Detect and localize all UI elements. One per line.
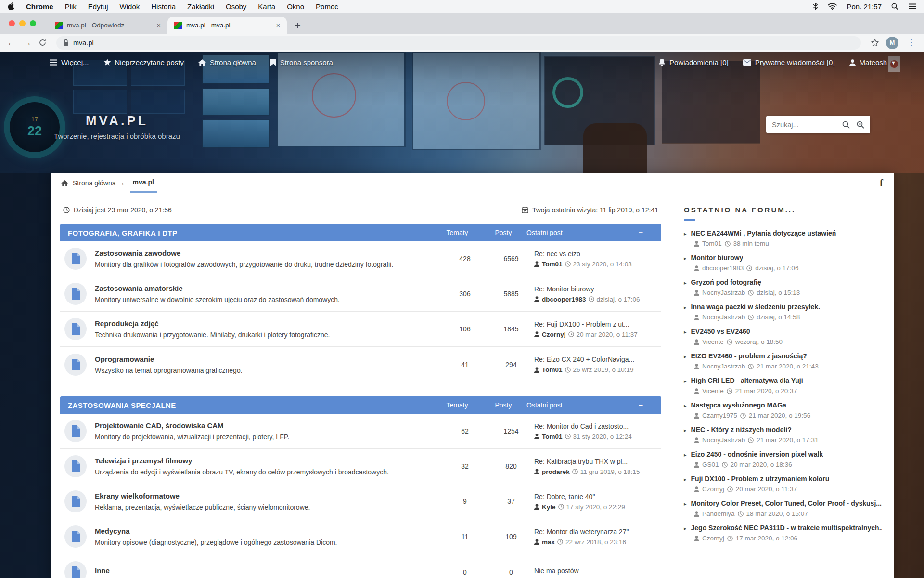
recent-topic-author[interactable]: Vicente (702, 387, 724, 394)
last-post-title[interactable]: Re: Kalibracja trybu THX w pl... (534, 458, 661, 465)
recent-topic-title[interactable]: Fuji DX100 - Problem z utrzymaniem kolor… (691, 475, 830, 483)
nav-user-menu[interactable]: Mateosh ▼ (849, 58, 896, 66)
recent-topic-title[interactable]: Eizo 2450 - odnośnie inversion pixel wal… (691, 450, 823, 458)
browser-menu-icon[interactable]: ⋮ (905, 38, 917, 48)
last-post-title[interactable]: Re: Eizo CX 240 + ColorNaviga... (534, 355, 661, 363)
menu-item[interactable]: Historia (151, 2, 176, 11)
close-window-button[interactable] (9, 20, 15, 26)
forum-row[interactable]: Ekrany wielkoformatowe Reklama, prezenta… (60, 484, 661, 519)
menu-item[interactable]: Pomoc (316, 2, 338, 11)
last-post-author[interactable]: Tom01 (542, 366, 563, 373)
recent-topic-author[interactable]: Czarny1975 (702, 412, 737, 419)
forum-name[interactable]: Reprodukcja zdjęć (95, 319, 434, 328)
recent-topic-author[interactable]: NocnyJastrzab (702, 436, 745, 444)
recent-topic-title[interactable]: Jego Szerokość NEC PA311D - w trakcie mu… (691, 524, 882, 532)
tab-mva-active[interactable]: mva.pl - mva.pl × (167, 17, 287, 34)
notification-center-icon[interactable] (908, 3, 916, 10)
apple-menu-icon[interactable] (8, 2, 14, 10)
menu-item[interactable]: Plik (65, 2, 77, 11)
back-button[interactable]: ← (7, 38, 16, 47)
address-bar[interactable]: mva.pl (56, 36, 861, 50)
menu-item[interactable]: Karta (258, 2, 275, 11)
facebook-icon[interactable]: f (880, 177, 883, 189)
recent-topic-author[interactable]: dbcooper1983 (702, 264, 744, 272)
recent-topic-author[interactable]: Czornyj (702, 535, 724, 542)
last-post-title[interactable]: Re: nec vs eizo (534, 250, 661, 258)
collapse-section-button[interactable]: – (639, 228, 654, 237)
last-post-author[interactable]: prodarek (542, 468, 570, 475)
collapse-section-button[interactable]: – (639, 401, 654, 409)
forum-name[interactable]: Ekrany wielkoformatowe (95, 492, 434, 500)
forum-name[interactable]: Projektowanie CAD, środowiska CAM (95, 421, 434, 430)
nav-unread-posts[interactable]: Nieprzeczytane posty (103, 58, 184, 66)
recent-topic-author[interactable]: Pandemiya (702, 510, 735, 517)
forum-name[interactable]: Zastosowania amatorskie (95, 284, 434, 292)
browser-profile-avatar[interactable]: M (886, 37, 898, 49)
last-post-author[interactable]: Czornyj (542, 331, 566, 338)
last-post-author[interactable]: Kyle (542, 503, 556, 511)
forum-name[interactable]: Oprogramowanie (95, 355, 434, 363)
forum-row[interactable]: Zastosowania zawodowe Monitory dla grafi… (60, 241, 661, 276)
menu-item[interactable]: Widok (120, 2, 140, 11)
last-post-author[interactable]: dbcooper1983 (542, 296, 586, 303)
site-title[interactable]: MVA.PL (42, 114, 192, 129)
bookmark-star-icon[interactable] (871, 39, 879, 47)
menu-clock[interactable]: Pon. 21:57 (847, 2, 882, 11)
recent-topic-author[interactable]: Tom01 (702, 240, 722, 247)
recent-topic-author[interactable]: NocnyJastrzab (702, 363, 745, 370)
category-title[interactable]: FOTOGRAFIA, GRAFIKA I DTP (68, 229, 434, 237)
recent-topic-title[interactable]: Monitory Color Preset, Color Tuned, Colo… (691, 499, 882, 507)
forum-row[interactable]: Medycyna Monitory opisowe (diagnostyczne… (60, 519, 661, 554)
tab-close-icon[interactable]: × (155, 22, 163, 29)
nav-private-messages[interactable]: Prywatne wiadomości [0] (743, 58, 835, 66)
forum-name[interactable]: Zastosowania zawodowe (95, 249, 434, 257)
recent-topic-title[interactable]: Następca wysłużonego MAGa (691, 401, 786, 409)
last-post-title[interactable]: Re: Monitor biurowy (534, 285, 661, 293)
recent-topic-title[interactable]: EIZO EV2460 - problem z jasnością? (691, 352, 807, 360)
wifi-icon[interactable] (828, 3, 837, 10)
forum-row[interactable]: Reprodukcja zdjęć Technika drukowania i … (60, 312, 661, 347)
menu-item[interactable]: Okno (287, 2, 304, 11)
forum-row[interactable]: Zastosowania amatorskie Monitory uniwers… (60, 276, 661, 312)
recent-topic-author[interactable]: Czornyj (702, 486, 724, 493)
last-post-title[interactable]: Re: Monitor do Cad i zastosto... (534, 422, 661, 430)
menu-item[interactable]: Edytuj (88, 2, 108, 11)
menu-chrome[interactable]: Chrome (26, 2, 53, 11)
recent-topic-author[interactable]: GS01 (702, 461, 719, 468)
menu-item[interactable]: Osoby (226, 2, 246, 11)
nav-home[interactable]: Strona główna (198, 58, 256, 66)
reload-button[interactable] (38, 39, 47, 47)
search-input[interactable] (772, 121, 835, 129)
recent-topic-title[interactable]: NEC EA244WMi , Pytania dotyczące ustawie… (691, 229, 836, 237)
recent-topic-title[interactable]: EV2450 vs EV2460 (691, 328, 750, 335)
bluetooth-icon[interactable] (813, 2, 818, 10)
tab-odpowiedz[interactable]: mva.pl - Odpowiedz × (48, 17, 167, 34)
breadcrumb-home[interactable]: Strona główna (61, 179, 116, 187)
forum-row[interactable]: Oprogramowanie Wszystko na temat oprogra… (60, 347, 661, 382)
last-post-title[interactable]: Re: Montor dla weterynarza 27" (534, 528, 661, 536)
recent-topic-title[interactable]: High CRI LED - alternatywa dla Yuji (691, 377, 803, 384)
forum-name[interactable]: Telewizja i przemysł filmowy (95, 457, 434, 465)
last-post-title[interactable]: Re: Fuji DX100 - Problem z ut... (534, 320, 661, 328)
tab-close-icon[interactable]: × (274, 22, 282, 29)
forum-name[interactable]: Medycyna (95, 527, 434, 535)
last-post-author[interactable]: max (542, 539, 555, 546)
forum-row[interactable]: Inne 0 0 Nie ma postów (60, 554, 661, 578)
nav-more[interactable]: Więcej... (50, 58, 89, 66)
last-post-title[interactable]: Re: Dobre, tanie 40" (534, 493, 661, 500)
last-post-author[interactable]: Tom01 (542, 261, 563, 268)
recent-topic-title[interactable]: NEC - Który z niższych modeli? (691, 426, 792, 434)
recent-topic-title[interactable]: Gryzoń pod fotografię (691, 278, 761, 286)
advanced-search-icon[interactable] (857, 121, 864, 129)
breadcrumb-current[interactable]: mva.pl (130, 173, 157, 193)
recent-topic-title[interactable]: Inna waga paczki w śledzeniu przesyłek. (691, 303, 820, 311)
zoom-window-button[interactable] (30, 20, 36, 26)
forum-name[interactable]: Inne (95, 566, 434, 575)
category-title[interactable]: ZASTOSOWANIA SPECJALNE (68, 401, 434, 409)
lock-icon[interactable] (63, 39, 69, 46)
search-icon[interactable] (842, 121, 850, 129)
recent-topic-title[interactable]: Monitor biurowy (691, 254, 744, 262)
recent-topic-author[interactable]: NocnyJastrzab (702, 314, 745, 321)
last-post-author[interactable]: Tom01 (542, 433, 563, 440)
forum-row[interactable]: Projektowanie CAD, środowiska CAM Monito… (60, 414, 661, 449)
